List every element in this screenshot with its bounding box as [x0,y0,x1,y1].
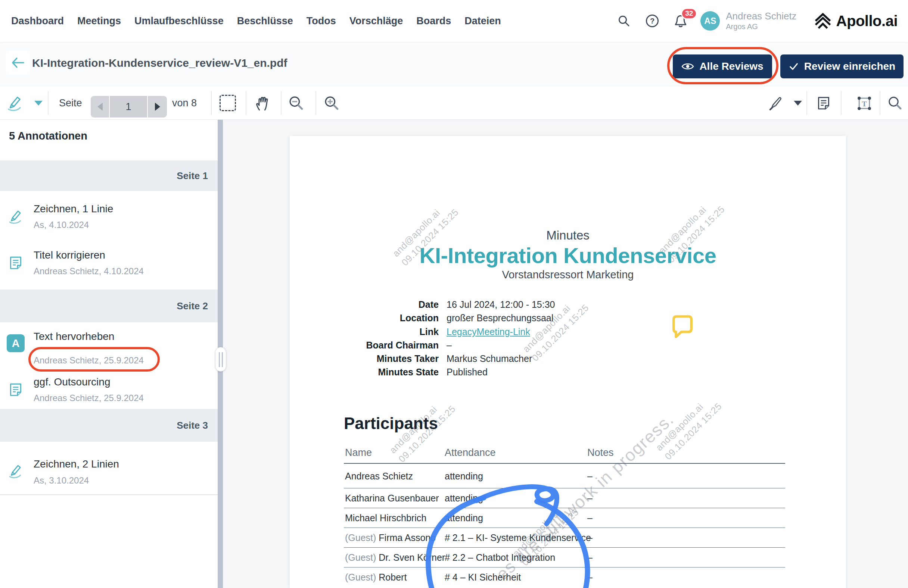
file-header-bar: KI-Integration-Kundenservice_review-V1_e… [0,42,908,86]
user-info[interactable]: Andreas Schietz Argos AG [726,11,796,31]
document-search-tool[interactable] [887,95,903,112]
draw-tool-button[interactable] [6,94,24,113]
splitter-drag-handle[interactable] [215,347,226,372]
zoom-in-icon [323,95,340,111]
apollo-logo: Apollo.ai [813,12,898,29]
rect-select-tool[interactable] [219,95,236,111]
nav-meetings[interactable]: Meetings [77,15,121,27]
notifications-bell-icon[interactable]: 32 [672,12,689,29]
zoom-in-tool[interactable] [323,95,340,112]
previous-page-button[interactable] [91,96,109,117]
search-icon[interactable] [615,12,633,29]
annotations-sidebar: 5 Annotationen Seite 1 Zeichnen, 1 Linie… [0,120,218,588]
total-pages-label: von 8 [172,86,197,120]
nav-beschluesse[interactable]: Beschlüsse [237,15,293,27]
pen-draw-icon [8,208,24,225]
note-icon [815,95,832,111]
user-name: Andreas Schietz [726,11,796,22]
highlight-text-icon: A [7,334,25,352]
apollo-logo-icon [813,12,832,29]
all-reviews-button[interactable]: Alle Reviews [673,55,772,78]
back-button[interactable] [6,51,30,75]
pdf-page: and@apollo.ai09.10.2024 15:25 and@apollo… [290,136,846,588]
next-page-button[interactable] [148,96,167,117]
highlighter-dropdown[interactable] [794,101,802,106]
annotation-author-date: As, 4.10.2024 [34,220,89,230]
note-icon [8,254,24,271]
pen-draw-icon [8,463,24,479]
highlighter-icon [766,95,784,112]
submit-review-button[interactable]: Review einreichen [780,55,903,78]
annotation-title: ggf. Outsourcing [34,376,110,388]
help-icon[interactable]: ? [644,12,661,29]
nav-dashboard[interactable]: Dashboard [11,15,64,27]
draw-tool-dropdown[interactable] [34,101,43,106]
section-page-1: Seite 1 [0,161,218,191]
top-navigation-bar: Dashboard Meetings Umlaufbeschlüsse Besc… [0,0,908,42]
page-label: Seite [59,86,82,120]
all-reviews-label: Alle Reviews [699,61,763,72]
sidebar-divider [0,494,218,495]
text-box-tool[interactable]: T [856,95,873,113]
submit-review-label: Review einreichen [804,61,895,72]
annotation-title: Titel korrigieren [34,249,105,261]
nav-umlaufbeschluesse[interactable]: Umlaufbeschlüsse [134,15,224,27]
annotation-author-date: Andreas Schietz, 4.10.2024 [34,266,144,276]
apollo-logo-text: Apollo.ai [836,13,898,29]
annotations-count-header: 5 Annotationen [9,130,87,142]
section-page-2: Seite 2 [0,289,218,322]
nav-vorschlaege[interactable]: Vorschläge [349,15,403,27]
comment-bubble-annotation[interactable] [671,314,694,338]
zoom-out-icon [288,95,304,111]
annotation-title: Zeichnen, 2 Linien [34,458,119,470]
text-box-icon: T [856,95,873,112]
nav-dateien[interactable]: Dateien [464,15,501,27]
svg-text:T: T [862,100,866,108]
blue-ink-circle-annotation[interactable] [290,136,846,588]
annotation-author-date: Andreas Schietz, 25.9.2024 [34,355,144,366]
prev-arrow-icon [97,103,103,111]
main-menu: Dashboard Meetings Umlaufbeschlüsse Besc… [11,0,501,42]
eye-icon [681,62,694,71]
svg-text:?: ? [650,17,655,25]
document-filename: KI-Integration-Kundenservice_review-V1_e… [32,57,288,69]
check-icon [789,61,799,71]
next-arrow-icon [155,103,160,111]
doc-search-icon [887,95,903,111]
user-organization: Argos AG [726,22,796,31]
pen-draw-icon [6,94,24,112]
note-icon [8,381,24,398]
pdf-toolbar: Seite 1 von 8 T [0,86,908,120]
note-tool[interactable] [815,95,832,112]
highlighter-tool[interactable] [766,95,784,114]
nav-boards[interactable]: Boards [416,15,451,27]
nav-todos[interactable]: Todos [306,15,336,27]
page-navigator: 1 [91,96,167,117]
avatar[interactable]: AS [700,11,720,31]
notification-count-badge: 32 [681,8,697,19]
app-root: Dashboard Meetings Umlaufbeschlüsse Besc… [0,0,908,588]
section-page-3: Seite 3 [0,409,218,442]
annotation-author-date: As, 3.10.2024 [34,476,89,486]
annotation-author-date: Andreas Schietz, 25.9.2024 [34,393,144,403]
back-arrow-icon [11,57,25,68]
nav-right-cluster: ? 32 AS Andreas Schietz Argos AG Apollo.… [615,0,898,42]
zoom-out-tool[interactable] [288,95,304,112]
annotation-title: Text hervorheben [34,331,114,342]
annotation-title: Zeichnen, 1 Linie [34,203,113,215]
page-number-input[interactable]: 1 [110,96,147,117]
hand-icon [254,95,271,112]
hand-pan-tool[interactable] [254,95,271,113]
